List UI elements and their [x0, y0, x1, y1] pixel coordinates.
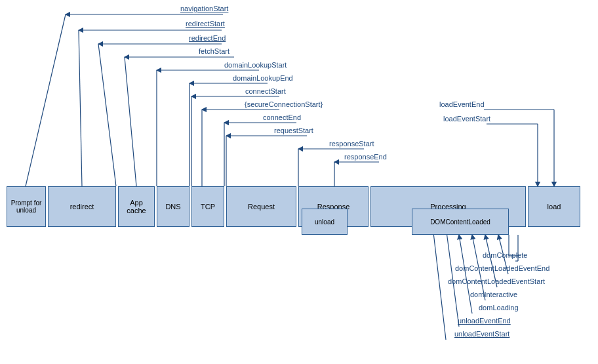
label-secureconnectionstart: {secureConnectionStart} [245, 100, 323, 108]
label-redirectstart: redirectStart [186, 20, 225, 28]
label-requeststart: requestStart [274, 127, 313, 134]
label-navigationstart: navigationStart [180, 5, 228, 12]
svg-line-7 [125, 57, 136, 186]
label-domainlookupstart: domainLookupStart [224, 61, 287, 69]
label-connectend: connectEnd [263, 113, 301, 121]
phase-redirect: redirect [48, 186, 116, 227]
svg-line-35 [433, 227, 446, 340]
subbox-domcontentloaded: DOMContentLoaded [412, 209, 509, 235]
label-connectstart: connectStart [245, 87, 286, 95]
label-redirectend: redirectEnd [189, 34, 226, 42]
phase-appcache: Appcache [118, 186, 155, 227]
svg-line-3 [79, 30, 82, 186]
label-fetchstart: fetchStart [199, 47, 229, 55]
label-domcontentloadedeventstart: domContentLoadedEventStart [448, 277, 545, 285]
label-unloadeventend: unloadEventEnd [458, 317, 511, 325]
label-responsestart: responseStart [329, 140, 374, 148]
phase-dns: DNS [157, 186, 189, 227]
phase-tcp: TCP [191, 186, 224, 227]
subbox-unload: unload [302, 209, 348, 235]
label-domcontentloadedeventend: domContentLoadedEventEnd [455, 264, 549, 272]
label-loadeventend: loadEventEnd [439, 100, 485, 108]
phase-request: Request [226, 186, 296, 227]
svg-line-34 [446, 227, 459, 327]
label-domainlookupend: domainLookupEnd [233, 74, 293, 82]
label-unloadeventstart: unloadEventStart [454, 330, 509, 338]
label-dominteractive: domInteractive [470, 291, 517, 298]
svg-line-33 [459, 235, 472, 313]
phase-load: load [528, 186, 580, 227]
svg-line-5 [98, 44, 116, 186]
label-domloading: domLoading [479, 304, 519, 312]
label-loadeventstart: loadEventStart [443, 115, 490, 123]
label-responseend: responseEnd [344, 153, 387, 161]
svg-line-1 [26, 14, 66, 186]
phase-prompt: Prompt for unload [7, 186, 46, 227]
label-domcomplete: domComplete [483, 251, 527, 259]
diagram-container: Prompt for unload redirect Appcache DNS … [0, 0, 598, 364]
